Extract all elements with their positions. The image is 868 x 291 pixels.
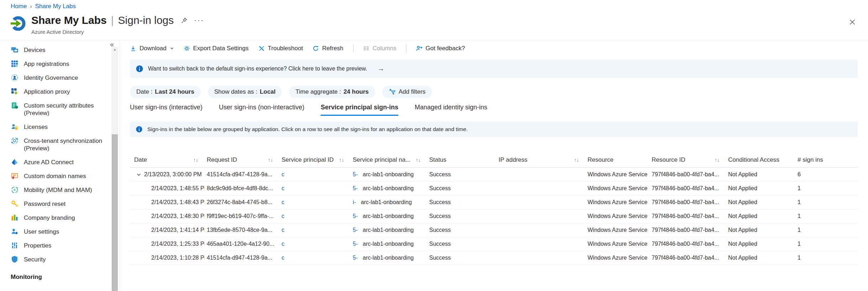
sort-icon[interactable]: ↑↓	[268, 157, 273, 163]
sidebar-item-label: Devices	[24, 46, 107, 54]
mobility-icon	[11, 186, 19, 194]
service-principal-id-link[interactable]: c	[282, 241, 284, 247]
service-principal-id-link[interactable]: c	[282, 213, 284, 219]
scrollbar-up-icon[interactable]: ▲	[111, 47, 118, 52]
filter-pill-time-aggregate[interactable]: Time aggregate : 24 hours	[289, 86, 375, 98]
sidebar-item-security[interactable]: Security	[0, 253, 107, 266]
sidebar-item-properties[interactable]: Properties	[0, 239, 107, 253]
service-principal-name-prefix-link[interactable]: 5-	[353, 213, 358, 219]
sidebar-item-application-proxy[interactable]: Application proxy	[0, 85, 107, 99]
title-separator: |	[111, 14, 114, 26]
tab-managed-identity-sign-ins[interactable]: Managed identity sign-ins	[415, 104, 487, 116]
sidebar-item-cross-tenant-synchronization[interactable]: Cross-tenant synchronization (Preview)	[0, 134, 107, 155]
download-button[interactable]: Download	[130, 45, 174, 52]
column-header-resource[interactable]: Resource	[585, 156, 649, 163]
sidebar-item-devices[interactable]: Devices	[0, 43, 107, 57]
cell-resource: Windows Azure Service ...	[585, 199, 649, 206]
sort-icon[interactable]: ↑↓	[416, 157, 421, 163]
scrollbar-thumb[interactable]	[112, 134, 118, 291]
sidebar-item-app-registrations[interactable]: App registrations	[0, 57, 107, 71]
more-options-icon[interactable]: ···	[194, 16, 204, 25]
table-row[interactable]: 2/14/2023, 1:41:14 PM 13fb5ede-8570-48ce…	[130, 223, 858, 237]
sidebar-item-label: Identity Governance	[24, 74, 107, 82]
sidebar-item-password-reset[interactable]: Password reset	[0, 197, 107, 211]
tab-user-sign-ins-interactive[interactable]: User sign-ins (interactive)	[130, 104, 202, 116]
cell-resource-id: 797f4846-ba00-4fd7-ba4...	[649, 241, 726, 247]
sidebar-item-label: Licenses	[24, 123, 107, 131]
service-principal-name-prefix-link[interactable]: 5-	[353, 171, 358, 178]
table-row[interactable]: 2/14/2023, 1:48:30 PM f9ff19ec-b619-407c…	[130, 209, 858, 223]
devices-icon	[11, 46, 19, 54]
sidebar-item-mobility[interactable]: Mobility (MDM and MAM)	[0, 183, 107, 197]
sort-icon[interactable]: ↑↓	[193, 157, 198, 163]
sidebar-item-custom-security-attributes[interactable]: Custom security attributes (Preview)	[0, 99, 107, 120]
sort-icon[interactable]: ↑↓	[574, 157, 579, 163]
pin-icon[interactable]	[181, 17, 188, 24]
cell-status: Success	[427, 185, 496, 192]
table-row[interactable]: 2/14/2023, 1:25:33 PM 465aa401-120e-4a12…	[130, 237, 858, 251]
user-settings-icon	[11, 228, 19, 235]
service-principal-name-prefix-link[interactable]: 5-	[353, 241, 358, 247]
table-row[interactable]: 2/14/2023, 1:48:43 PM 26f3274c-8ab4-4745…	[130, 196, 858, 209]
service-principal-name-prefix-link[interactable]: 5-	[353, 185, 358, 192]
cell-date: 2/14/2023, 1:10:28 PM	[151, 255, 205, 261]
cell-resource-id: 797f4846-ba00-4fd7-ba4...	[649, 255, 726, 261]
service-principal-id-link[interactable]: c	[282, 185, 284, 191]
service-principal-id-link[interactable]: c	[282, 255, 284, 261]
sidebar-item-azure-ad-connect[interactable]: Azure AD Connect	[0, 155, 107, 169]
export-data-settings-button[interactable]: Export Data Settings	[184, 45, 249, 52]
add-filters-button[interactable]: Add filters	[382, 86, 432, 98]
cell-resource-id: 797f4846-ba00-4fd7-ba4...	[649, 185, 726, 192]
cell-resource: Windows Azure Service ...	[585, 255, 649, 261]
column-header-conditional-access[interactable]: Conditional Access	[726, 156, 795, 163]
column-header-sign-ins-count[interactable]: # sign ins	[795, 156, 858, 163]
breadcrumb-home-link[interactable]: Home	[11, 3, 27, 10]
service-principal-id-link[interactable]: c	[282, 199, 284, 205]
breadcrumb: Home › Share My Labs	[11, 3, 76, 10]
command-bar: Download Export Data Settings Troublesho…	[120, 40, 868, 57]
sidebar-item-licenses[interactable]: Licenses	[0, 120, 107, 134]
troubleshoot-button[interactable]: Troubleshoot	[258, 45, 303, 52]
sidebar-item-custom-domain-names[interactable]: Custom domain names	[0, 169, 107, 183]
column-header-resource-id[interactable]: Resource ID↑↓	[649, 156, 726, 163]
breadcrumb-app-link[interactable]: Share My Labs	[35, 3, 76, 10]
column-header-status[interactable]: Status	[427, 156, 496, 163]
sort-icon[interactable]: ↑↓	[715, 157, 720, 163]
service-principal-name-prefix-link[interactable]: 5-	[353, 255, 358, 261]
sort-icon[interactable]: ↑↓	[339, 157, 344, 163]
table-row[interactable]: 2/13/2023, 3:00:00 PM 41514cfa-d947-4128…	[130, 168, 858, 182]
sidebar-nav: Devices App registrations Identity Gover…	[0, 43, 107, 281]
sidebar-item-company-branding[interactable]: Company branding	[0, 211, 107, 225]
filter-pill-show-dates-as[interactable]: Show dates as : Local	[208, 86, 282, 98]
service-principal-id-link[interactable]: c	[282, 171, 284, 177]
cell-service-principal-name: arc-lab1-onboarding	[363, 227, 414, 233]
cell-service-principal-name: arc-lab1-onboarding	[363, 171, 414, 178]
refresh-icon	[312, 45, 319, 52]
filter-pill-date[interactable]: Date : Last 24 hours	[130, 86, 201, 98]
sidebar-item-label: Security	[24, 256, 107, 263]
table-row[interactable]: 2/14/2023, 1:10:28 PM 41514cfa-d947-4128…	[130, 251, 858, 265]
got-feedback-button[interactable]: Got feedback?	[416, 45, 465, 52]
preview-banner[interactable]: Want to switch back to the default sign-…	[130, 59, 858, 78]
service-principal-name-prefix-link[interactable]: 5-	[353, 227, 358, 233]
refresh-button[interactable]: Refresh	[312, 45, 343, 52]
sidebar-scrollbar[interactable]: ▲	[111, 47, 118, 291]
service-principal-id-link[interactable]: c	[282, 227, 284, 233]
sidebar-item-identity-governance[interactable]: Identity Governance	[0, 71, 107, 85]
tab-user-sign-ins-non-interactive[interactable]: User sign-ins (non-interactive)	[219, 104, 304, 116]
tab-service-principal-sign-ins[interactable]: Service principal sign-ins	[321, 104, 398, 116]
licenses-icon	[11, 123, 19, 131]
column-header-date[interactable]: Date↑↓	[130, 156, 205, 163]
cell-date: 2/14/2023, 1:48:30 PM	[151, 213, 205, 219]
column-header-service-principal-id[interactable]: Service principal ID↑↓	[279, 156, 351, 163]
column-header-ip-address[interactable]: IP address↑↓	[496, 156, 585, 163]
sidebar-item-user-settings[interactable]: User settings	[0, 225, 107, 239]
cell-conditional-access: Not Applied	[726, 185, 795, 192]
close-icon[interactable]	[849, 19, 856, 27]
service-name: Azure Active Directory	[31, 29, 204, 35]
column-header-service-principal-name[interactable]: Service principal na...↑↓	[351, 156, 427, 163]
table-row[interactable]: 2/14/2023, 1:48:55 PM 8dc9c9d6-bfce-4df8…	[130, 182, 858, 196]
row-expander-chevron-icon[interactable]	[136, 172, 141, 177]
column-header-request-id[interactable]: Request ID↑↓	[205, 156, 279, 163]
service-principal-name-prefix-link[interactable]: i-	[353, 199, 356, 206]
